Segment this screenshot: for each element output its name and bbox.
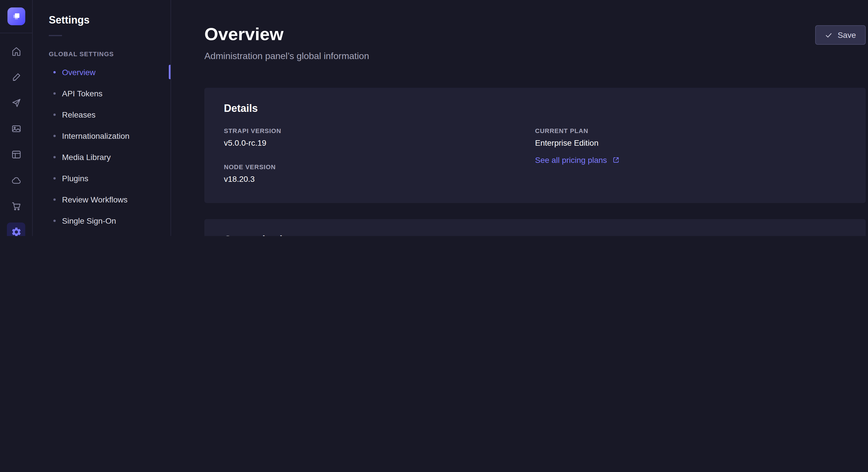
sidebar-item-transfer-tokens[interactable]: Transfer Tokens	[33, 231, 170, 236]
subnav-title: Settings	[33, 14, 170, 26]
save-button[interactable]: Save	[815, 25, 866, 45]
strapi-logo[interactable]	[7, 7, 25, 25]
external-link-icon	[612, 156, 620, 164]
node-version-field: NODE VERSION v18.20.3	[224, 164, 535, 183]
customization-card-title: Customization	[224, 234, 846, 236]
save-button-label: Save	[838, 30, 856, 40]
home-icon[interactable]	[7, 42, 25, 60]
strapi-version-field: STRAPI VERSION v5.0.0-rc.19	[224, 127, 535, 147]
sidebar-item-plugins[interactable]: Plugins	[33, 167, 170, 189]
field-label: NODE VERSION	[224, 164, 535, 170]
bullet-dot	[53, 71, 56, 73]
sidebar-item-label: Media Library	[62, 152, 111, 162]
pricing-plans-link-label: See all pricing plans	[535, 156, 607, 165]
main-content: Overview Administration panel’s global i…	[171, 0, 868, 236]
bullet-dot	[53, 92, 56, 94]
sidebar-item-label: Review Workflows	[62, 195, 127, 204]
marketplace-cart-icon[interactable]	[7, 197, 25, 215]
current-plan-field: CURRENT PLAN Enterprise Edition See all …	[535, 127, 846, 165]
cloud-icon[interactable]	[7, 171, 25, 189]
sidebar-item-overview[interactable]: Overview	[33, 61, 170, 82]
subnav-title-divider	[49, 35, 62, 36]
bullet-dot	[53, 134, 56, 137]
bullet-dot	[53, 220, 56, 222]
sidebar-item-single-sign-on[interactable]: Single Sign-On	[33, 210, 170, 231]
field-label: CURRENT PLAN	[535, 127, 846, 134]
media-library-icon[interactable]	[7, 119, 25, 138]
section-label: GLOBAL SETTINGS	[33, 50, 170, 57]
page-title: Overview	[205, 24, 369, 45]
main-nav-rail: KD	[0, 0, 33, 236]
sidebar-item-label: Internationalization	[62, 131, 129, 140]
sidebar-item-releases[interactable]: Releases	[33, 104, 170, 125]
strapi-logo-icon	[10, 10, 22, 22]
bullet-dot	[53, 198, 56, 200]
paper-plane-icon[interactable]	[7, 94, 25, 112]
brush-icon[interactable]	[7, 68, 25, 86]
page-subtitle: Administration panel’s global informatio…	[205, 51, 369, 61]
bullet-dot	[53, 113, 56, 115]
sidebar-item-label: Single Sign-On	[62, 216, 116, 225]
sidebar-item-internationalization[interactable]: Internationalization	[33, 125, 170, 146]
strapi-admin-window: KD Settings GLOBAL SETTINGS Overview API…	[0, 0, 868, 236]
nav-section-global-settings: GLOBAL SETTINGS Overview API Tokens Rele…	[33, 50, 170, 236]
page-header: Overview Administration panel’s global i…	[205, 24, 866, 61]
field-value: v18.20.3	[224, 174, 535, 183]
bullet-dot	[53, 177, 56, 179]
field-value: v5.0.0-rc.19	[224, 138, 535, 147]
rail-divider	[0, 33, 32, 33]
sidebar-item-media-library[interactable]: Media Library	[33, 146, 170, 167]
bullet-dot	[53, 156, 56, 158]
settings-subnav: Settings GLOBAL SETTINGS Overview API To…	[33, 0, 171, 236]
details-card-title: Details	[224, 103, 846, 115]
details-card: Details STRAPI VERSION v5.0.0-rc.19 NODE…	[205, 88, 866, 203]
check-icon	[825, 31, 832, 39]
sidebar-item-label: Plugins	[62, 173, 88, 183]
details-right-column: CURRENT PLAN Enterprise Edition See all …	[535, 127, 846, 183]
sidebar-item-review-workflows[interactable]: Review Workflows	[33, 189, 170, 210]
details-left-column: STRAPI VERSION v5.0.0-rc.19 NODE VERSION…	[224, 127, 535, 183]
customization-card: Customization Max dimension: 750×750, Ma…	[205, 219, 866, 236]
sidebar-item-api-tokens[interactable]: API Tokens	[33, 82, 170, 104]
field-value: Enterprise Edition	[535, 138, 846, 147]
sidebar-item-label: API Tokens	[62, 89, 102, 98]
settings-gear-icon[interactable]	[7, 223, 25, 236]
sidebar-item-label: Releases	[62, 110, 96, 119]
field-label: STRAPI VERSION	[224, 127, 535, 134]
sidebar-item-label: Overview	[62, 67, 96, 76]
pricing-plans-link[interactable]: See all pricing plans	[535, 156, 620, 165]
content-manager-icon[interactable]	[7, 145, 25, 164]
